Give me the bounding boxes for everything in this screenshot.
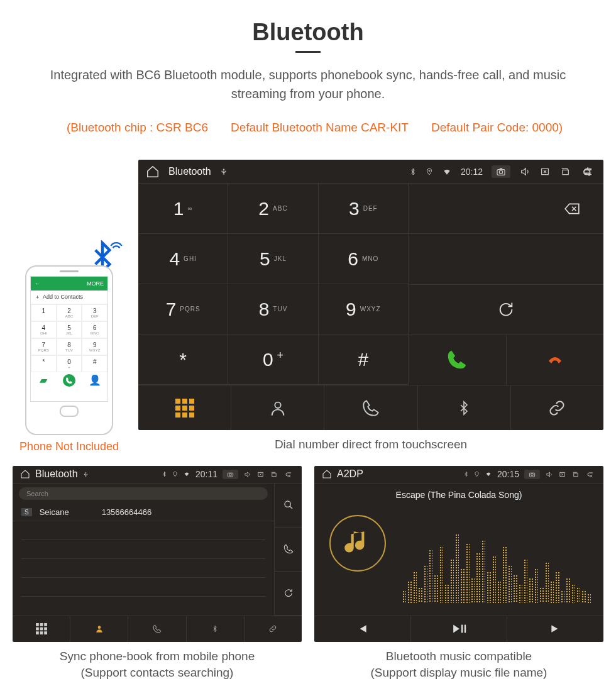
hangup-button[interactable]: [507, 335, 604, 385]
equalizer-visual: [402, 528, 591, 603]
tab-keypad[interactable]: [138, 385, 231, 430]
contacts-device: Bluetooth 20:11 Search: [13, 466, 302, 642]
volume-icon[interactable]: [545, 471, 553, 478]
search-input[interactable]: Search: [19, 487, 268, 500]
spec-line: (Bluetooth chip : CSR BC6Default Bluetoo…: [13, 107, 603, 148]
key-3[interactable]: 3DEF: [319, 184, 409, 234]
screenshot-icon[interactable]: [223, 470, 238, 479]
clock-text: 20:15: [497, 469, 519, 479]
volume-icon[interactable]: [243, 471, 251, 478]
spec-chip: (Bluetooth chip : CSR BC6: [67, 121, 208, 135]
contacts-caption: Sync phone-book from mobile phone(Suppor…: [13, 648, 302, 682]
play-pause-button[interactable]: [411, 616, 508, 642]
tab-pair[interactable]: [187, 616, 245, 642]
bluetooth-icon: [456, 399, 471, 418]
search-button[interactable]: [275, 484, 302, 528]
link-icon: [268, 625, 278, 633]
screenshot-icon[interactable]: [524, 470, 540, 479]
link-icon: [547, 399, 567, 417]
svg-point-0: [429, 170, 430, 171]
phone-more-label: MORE: [87, 280, 104, 287]
phone-home-button: [60, 406, 79, 417]
back-icon[interactable]: [585, 470, 596, 478]
keypad-icon: [36, 623, 47, 634]
tab-recent[interactable]: [128, 616, 186, 642]
svg-point-13: [531, 473, 534, 476]
person-icon: [269, 399, 287, 417]
screenshot-icon[interactable]: [492, 165, 510, 178]
statusbar-title: Bluetooth: [168, 166, 211, 177]
tab-recent[interactable]: [324, 385, 417, 430]
svg-rect-15: [574, 473, 578, 476]
tab-keypad[interactable]: [13, 616, 70, 642]
svg-point-5: [275, 402, 280, 407]
usb-icon: [83, 471, 89, 478]
home-icon[interactable]: [20, 469, 30, 479]
album-art-icon: [329, 515, 386, 572]
keypad-icon: [175, 399, 194, 418]
tab-link[interactable]: [511, 385, 603, 430]
recent-apps-icon[interactable]: [559, 167, 571, 177]
phone-mockup: ←MORE ＋Add to Contacts 1 2ABC3DEF4GHI5JK…: [13, 240, 126, 453]
svg-point-2: [499, 170, 502, 174]
key-2[interactable]: 2ABC: [228, 184, 318, 234]
key-6[interactable]: 6MNO: [319, 234, 409, 284]
close-app-icon[interactable]: [539, 167, 551, 177]
page-description: Integrated with BC6 Bluetooth module, su…: [13, 65, 603, 103]
recent-apps-icon[interactable]: [270, 471, 278, 478]
key-1[interactable]: 1∞: [138, 184, 228, 234]
tab-link[interactable]: [245, 616, 302, 642]
tab-contacts[interactable]: [70, 616, 128, 642]
music-statusbar: A2DP 20:15: [314, 466, 603, 484]
svg-point-11: [97, 626, 101, 629]
key-8[interactable]: 8TUV: [228, 284, 318, 335]
phone-outline-icon: [153, 624, 162, 633]
phone-video-icon: ▰: [37, 374, 50, 387]
contact-initial-badge: S: [21, 508, 32, 516]
back-icon[interactable]: [283, 470, 294, 478]
svg-rect-16: [461, 625, 463, 633]
home-icon[interactable]: [146, 165, 160, 179]
recent-apps-icon[interactable]: [571, 471, 580, 478]
backspace-button[interactable]: [409, 184, 603, 234]
call-button[interactable]: [409, 335, 507, 385]
spec-code: Default Pair Code: 0000): [431, 121, 563, 135]
bluetooth-icon: [212, 624, 219, 633]
back-icon[interactable]: [580, 166, 596, 177]
dialer-statusbar: Bluetooth 20:12: [138, 160, 603, 184]
clock-text: 20:12: [461, 167, 483, 177]
key-7[interactable]: 7PQRS: [138, 284, 228, 335]
music-device: A2DP 20:15 Escape (The Pina Colada Song): [314, 466, 603, 642]
key-0[interactable]: 0+: [228, 335, 318, 385]
close-app-icon[interactable]: [256, 471, 265, 478]
prev-track-button[interactable]: [314, 616, 411, 642]
key-5[interactable]: 5JKL: [228, 234, 318, 284]
home-icon[interactable]: [322, 469, 332, 479]
volume-icon[interactable]: [519, 167, 531, 177]
key-9[interactable]: 9WXYZ: [319, 284, 409, 335]
tab-contacts[interactable]: [231, 385, 324, 430]
track-title: Escape (The Pina Colada Song): [314, 484, 603, 506]
contact-number: 13566664466: [102, 507, 152, 517]
svg-rect-4: [563, 170, 568, 174]
redial-button[interactable]: [409, 285, 603, 335]
empty-row: [21, 578, 265, 597]
contact-row[interactable]: S Seicane 13566664466: [13, 504, 274, 521]
location-icon: [426, 167, 433, 177]
spec-name: Default Bluetooth Name CAR-KIT: [231, 121, 409, 135]
call-contact-button[interactable]: [275, 528, 302, 572]
add-contact-icon: ＋: [35, 293, 40, 301]
sync-button[interactable]: [275, 572, 302, 616]
tab-pair[interactable]: [418, 385, 511, 430]
next-track-button[interactable]: [507, 616, 603, 642]
key-#[interactable]: #: [319, 335, 409, 385]
location-icon: [474, 470, 480, 478]
statusbar-title: Bluetooth: [35, 468, 78, 480]
title-divider: [295, 51, 321, 53]
svg-point-10: [285, 501, 290, 507]
close-app-icon[interactable]: [558, 471, 566, 478]
key-*[interactable]: *: [138, 335, 228, 385]
svg-point-7: [229, 473, 232, 476]
key-4[interactable]: 4GHI: [138, 234, 228, 284]
phone-back-icon: ←: [35, 280, 40, 287]
